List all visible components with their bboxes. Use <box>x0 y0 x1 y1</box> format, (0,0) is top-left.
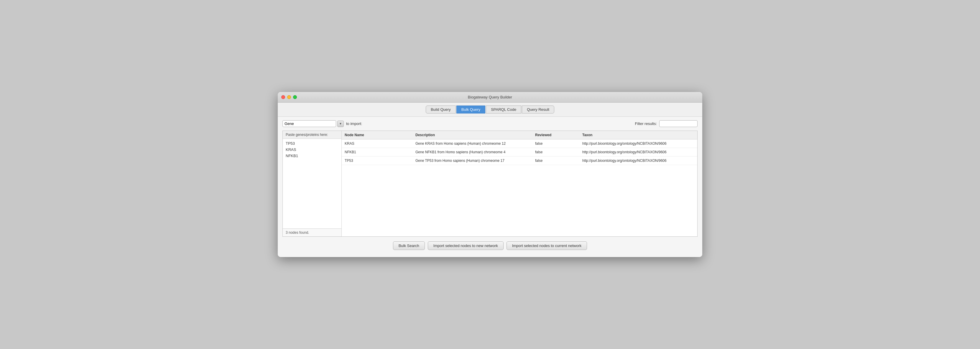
tab-sparql-code[interactable]: SPARQL Code <box>486 106 521 114</box>
import-new-network-button[interactable]: Import selected nodes to new network <box>428 241 504 250</box>
col-header-taxon: Taxon <box>579 132 697 138</box>
import-current-network-button[interactable]: Import selected nodes to current network <box>506 241 587 250</box>
cell-reviewed: false <box>532 140 579 147</box>
traffic-lights <box>281 95 297 99</box>
left-panel-content[interactable]: TP53 KRAS NFKB1 <box>283 139 341 228</box>
window-title: Biogateway Query Builder <box>468 95 512 99</box>
filter-input[interactable] <box>659 120 698 127</box>
gene-select-wrapper: ▼ <box>282 120 344 127</box>
main-content: ▼ to import: Filter results: Paste genes… <box>278 117 702 257</box>
cell-taxon: http://purl.bioontology.org/ontology/NCB… <box>579 140 697 147</box>
gene-item: NFKB1 <box>286 153 339 159</box>
gene-select-input[interactable] <box>282 120 336 127</box>
table-row[interactable]: KRAS Gene KRAS from Homo sapiens (Human)… <box>342 140 697 148</box>
tab-build-query[interactable]: Build Query <box>426 106 456 114</box>
bulk-search-button[interactable]: Bulk Search <box>393 241 425 250</box>
table-header: Node Name Description Reviewed Taxon <box>342 131 697 140</box>
cell-node-name: NFKB1 <box>342 149 412 155</box>
cell-taxon: http://purl.bioontology.org/ontology/NCB… <box>579 149 697 155</box>
left-panel: Paste genes/proteins here: TP53 KRAS NFK… <box>283 131 342 236</box>
app-window: Biogateway Query Builder Build Query Bul… <box>278 92 702 257</box>
cell-node-name: KRAS <box>342 140 412 147</box>
right-panel: Node Name Description Reviewed Taxon KRA… <box>342 131 697 236</box>
maximize-button[interactable] <box>293 95 297 99</box>
main-area: Paste genes/proteins here: TP53 KRAS NFK… <box>282 130 698 237</box>
col-header-node-name: Node Name <box>342 132 412 138</box>
cell-node-name: TP53 <box>342 157 412 164</box>
cell-description: Gene KRAS from Homo sapiens (Human) chro… <box>412 140 532 147</box>
col-header-description: Description <box>412 132 532 138</box>
minimize-button[interactable] <box>287 95 291 99</box>
col-header-reviewed: Reviewed <box>532 132 579 138</box>
cell-description: Gene NFKB1 from Homo sapiens (Human) chr… <box>412 149 532 155</box>
table-row[interactable]: NFKB1 Gene NFKB1 from Homo sapiens (Huma… <box>342 148 697 157</box>
tab-bulk-query[interactable]: Bulk Query <box>457 106 485 114</box>
table-row[interactable]: TP53 Gene TP53 from Homo sapiens (Human)… <box>342 157 697 165</box>
left-panel-header: Paste genes/proteins here: <box>283 131 341 139</box>
cell-taxon: http://purl.bioontology.org/ontology/NCB… <box>579 157 697 164</box>
gene-item: KRAS <box>286 147 339 153</box>
cell-reviewed: false <box>532 157 579 164</box>
close-button[interactable] <box>281 95 285 99</box>
tab-bar: Build Query Bulk Query SPARQL Code Query… <box>278 103 702 117</box>
cell-description: Gene TP53 from Homo sapiens (Human) chro… <box>412 157 532 164</box>
filter-label: Filter results: <box>635 121 657 126</box>
titlebar: Biogateway Query Builder <box>278 92 702 103</box>
nodes-found-label: 3 nodes found. <box>283 228 341 236</box>
cell-reviewed: false <box>532 149 579 155</box>
table-body: KRAS Gene KRAS from Homo sapiens (Human)… <box>342 140 697 236</box>
gene-select-arrow[interactable]: ▼ <box>337 121 344 127</box>
top-bar: ▼ to import: Filter results: <box>282 120 698 127</box>
gene-item: TP53 <box>286 141 339 147</box>
tab-query-result[interactable]: Query Result <box>522 106 554 114</box>
to-import-label: to import: <box>346 121 362 126</box>
bottom-bar: Bulk Search Import selected nodes to new… <box>282 237 698 254</box>
